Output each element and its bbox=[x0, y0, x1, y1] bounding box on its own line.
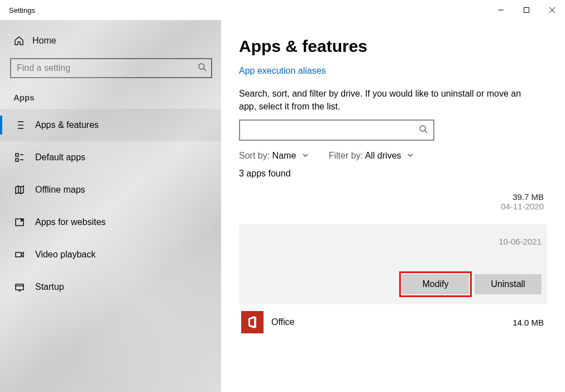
uninstall-button[interactable]: Uninstall bbox=[475, 274, 542, 294]
title-bar: Settings bbox=[0, 0, 565, 20]
window-title: Settings bbox=[0, 6, 35, 15]
video-icon bbox=[14, 249, 25, 260]
nav-label: Apps for websites bbox=[35, 217, 106, 227]
filter-value: All drives bbox=[365, 151, 401, 160]
nav-label: Video playback bbox=[35, 250, 95, 260]
filter-by-dropdown[interactable]: Filter by: All drives bbox=[329, 151, 414, 161]
nav-offline-maps[interactable]: Offline maps bbox=[0, 174, 221, 206]
sort-value: Name bbox=[272, 151, 296, 160]
home-nav[interactable]: Home bbox=[0, 28, 221, 54]
nav-label: Offline maps bbox=[35, 185, 85, 195]
svg-rect-12 bbox=[16, 154, 18, 156]
selected-app-panel: 10-06-2021 Modify Uninstall bbox=[239, 224, 547, 304]
app-date: 10-06-2021 bbox=[245, 237, 542, 246]
home-label: Home bbox=[32, 36, 56, 46]
find-setting-input[interactable] bbox=[17, 63, 198, 73]
defaults-icon bbox=[14, 152, 25, 163]
content-pane: Apps & features App execution aliases Se… bbox=[221, 20, 565, 392]
app-size: 39.7 MB bbox=[501, 192, 544, 202]
app-size: 14.0 MB bbox=[513, 318, 544, 327]
app-search-input[interactable] bbox=[246, 126, 419, 135]
sort-label: Sort by: bbox=[239, 151, 270, 160]
nav-apps-features[interactable]: Apps & features bbox=[0, 109, 221, 141]
svg-point-4 bbox=[199, 64, 204, 69]
minimize-button[interactable] bbox=[488, 1, 514, 19]
maximize-button[interactable] bbox=[514, 1, 539, 19]
app-row-office[interactable]: Office 14.0 MB bbox=[239, 304, 547, 333]
search-icon bbox=[419, 125, 428, 136]
svg-rect-1 bbox=[524, 8, 529, 13]
nav-label: Apps & features bbox=[35, 120, 99, 130]
svg-rect-13 bbox=[16, 159, 18, 161]
page-title: Apps & features bbox=[239, 37, 547, 56]
list-icon bbox=[14, 119, 25, 131]
filter-label: Filter by: bbox=[329, 151, 363, 160]
office-icon bbox=[241, 311, 264, 333]
find-setting-search[interactable] bbox=[10, 58, 212, 78]
startup-icon bbox=[14, 281, 25, 293]
websites-icon bbox=[14, 217, 25, 228]
nav-video-playback[interactable]: Video playback bbox=[0, 238, 221, 271]
app-search-box[interactable] bbox=[239, 119, 434, 141]
close-button[interactable] bbox=[539, 1, 565, 19]
apps-count: 3 apps found bbox=[239, 169, 547, 179]
app-date: 04-11-2020 bbox=[501, 202, 544, 211]
svg-line-5 bbox=[204, 69, 206, 71]
svg-rect-21 bbox=[16, 284, 23, 290]
svg-rect-20 bbox=[16, 252, 21, 257]
sort-by-dropdown[interactable]: Sort by: Name bbox=[239, 151, 309, 161]
nav-startup[interactable]: Startup bbox=[0, 271, 221, 303]
app-name: Office bbox=[271, 317, 505, 327]
map-icon bbox=[14, 184, 25, 195]
modify-button[interactable]: Modify bbox=[402, 274, 469, 294]
search-icon bbox=[198, 63, 207, 74]
nav-label: Startup bbox=[35, 282, 64, 292]
app-execution-aliases-link[interactable]: App execution aliases bbox=[239, 66, 547, 76]
chevron-down-icon bbox=[302, 151, 309, 160]
nav-group-title: Apps bbox=[0, 88, 221, 109]
description-text: Search, sort, and filter by drive. If yo… bbox=[239, 87, 529, 113]
nav-label: Default apps bbox=[35, 152, 85, 162]
svg-line-25 bbox=[425, 131, 427, 133]
svg-point-24 bbox=[420, 126, 425, 131]
window-controls bbox=[488, 1, 565, 19]
sidebar: Home Apps Apps & features Default apps O… bbox=[0, 20, 221, 392]
chevron-down-icon bbox=[407, 151, 414, 160]
nav-default-apps[interactable]: Default apps bbox=[0, 141, 221, 174]
app-row[interactable]: 39.7 MB 04-11-2020 bbox=[239, 192, 547, 224]
nav-apps-for-websites[interactable]: Apps for websites bbox=[0, 206, 221, 238]
home-icon bbox=[13, 35, 25, 46]
